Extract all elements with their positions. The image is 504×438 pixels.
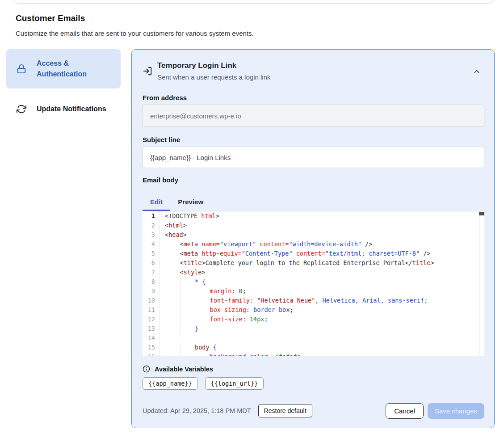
lock-icon	[16, 63, 27, 74]
editor-tabs: Edit Preview	[143, 194, 211, 210]
sidebar-item-access-authentication[interactable]: Access & Authentication	[6, 49, 121, 88]
panel-title: Temporary Login Link	[157, 61, 236, 70]
code-line: 2<html>	[143, 221, 484, 230]
tab-edit[interactable]: Edit	[143, 194, 170, 210]
page-title: Customer Emails	[16, 13, 85, 23]
panel-footer: Updated: Apr 29, 2025, 1:18 PM MDT Resto…	[143, 402, 484, 420]
code-line: 13 }	[143, 324, 484, 333]
code-line: 7 <style>	[143, 268, 484, 277]
collapse-button[interactable]	[473, 66, 484, 77]
email-body-label: Email body	[143, 176, 178, 184]
chevron-up-icon	[473, 67, 484, 76]
code-line: 10 font-family: "Helvetica Neue", Helvet…	[143, 296, 484, 305]
code-line: 9 margin: 0;	[143, 286, 484, 296]
code-line: 14	[143, 333, 484, 343]
available-variables-label: Available Variables	[143, 365, 213, 373]
variable-chips: {{app_name}} {{login_url}}	[143, 377, 264, 390]
sidebar-item-update-notifications[interactable]: Update Notifications	[6, 97, 121, 121]
sidebar: Access & Authentication Update Notificat…	[6, 49, 121, 121]
updated-timestamp: Updated: Apr 29, 2025, 1:18 PM MDT	[143, 407, 251, 414]
variable-chip-app-name[interactable]: {{app_name}}	[143, 377, 198, 390]
code-line: 15 body {	[143, 343, 484, 352]
info-icon	[143, 365, 150, 373]
variable-chip-login-url[interactable]: {{login_url}}	[205, 377, 264, 390]
code-line: 8 * {	[143, 277, 484, 286]
tab-preview[interactable]: Preview	[170, 194, 211, 210]
code-editor[interactable]: 1<!DOCTYPE html>2<html>3<head>4 <meta na…	[143, 211, 484, 356]
page-subtitle: Customize the emails that are sent to yo…	[16, 29, 254, 37]
save-changes-button[interactable]: Save changes	[428, 403, 484, 419]
from-address-input[interactable]	[143, 105, 484, 127]
code-line: 1<!DOCTYPE html>	[143, 211, 484, 221]
code-line: 6 <title>Complete your login to the Repl…	[143, 258, 484, 268]
code-line: 16 background-color: #fafafa;	[143, 352, 484, 356]
previous-card-bottom-edge	[13, 0, 494, 4]
from-address-label: From address	[143, 94, 187, 101]
code-line: 11 box-sizing: border-box;	[143, 305, 484, 315]
log-in-icon	[143, 66, 152, 76]
sidebar-item-label: Update Notifications	[37, 104, 106, 114]
code-lines: 1<!DOCTYPE html>2<html>3<head>4 <meta na…	[143, 211, 484, 356]
subject-line-input[interactable]	[143, 147, 484, 168]
panel-subtitle: Sent when a user requests a login link	[157, 73, 270, 81]
refresh-icon	[16, 104, 27, 114]
sidebar-item-label: Access & Authentication	[37, 58, 95, 80]
code-line: 12 font-size: 14px;	[143, 315, 484, 324]
restore-default-button[interactable]: Restore default	[258, 404, 312, 417]
editor-scrollbar[interactable]	[479, 212, 484, 356]
code-line: 3<head>	[143, 230, 484, 240]
cancel-button[interactable]: Cancel	[386, 403, 424, 419]
subject-line-label: Subject line	[143, 136, 180, 143]
code-line: 4 <meta name="viewport" content="width=d…	[143, 240, 484, 249]
scrollbar-thumb[interactable]	[479, 212, 484, 215]
code-line: 5 <meta http-equiv="Content-Type" conten…	[143, 249, 484, 258]
email-template-panel: Temporary Login Link Sent when a user re…	[131, 49, 495, 428]
active-tab-indicator	[143, 210, 170, 211]
